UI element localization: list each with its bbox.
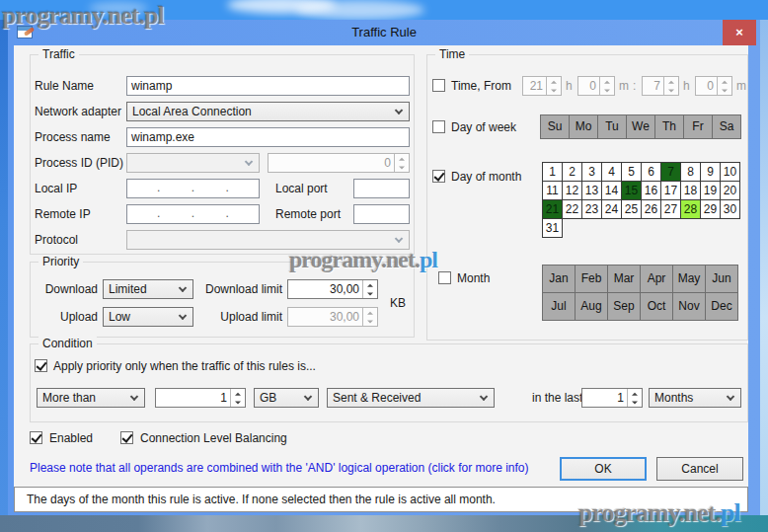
spinner-arrows-icon[interactable] (230, 389, 245, 407)
connection-level-balancing-checkbox[interactable] (120, 431, 133, 444)
day-cell-18[interactable]: 18 (680, 181, 701, 200)
network-adapter-select[interactable]: Local Area Connection (126, 102, 410, 121)
month-button-jul[interactable]: Jul (542, 292, 576, 321)
day-cell-7[interactable]: 7 (660, 162, 681, 182)
period-spinner[interactable]: 1 (581, 388, 643, 408)
month-button-jan[interactable]: Jan (542, 265, 576, 293)
apply-priority-checkbox[interactable] (35, 359, 47, 372)
local-ip-input[interactable]: ... (126, 179, 260, 198)
day-cell-24[interactable]: 24 (601, 199, 622, 219)
month-button-nov[interactable]: Nov (672, 292, 706, 321)
day-of-week-checkbox[interactable] (432, 120, 445, 133)
month-button-apr[interactable]: Apr (640, 265, 673, 293)
day-cell-10[interactable]: 10 (720, 162, 740, 182)
day-cell-26[interactable]: 26 (641, 199, 661, 219)
month-label: Month (457, 268, 490, 288)
weekday-button-tu[interactable]: Tu (597, 114, 627, 139)
month-button-mar[interactable]: Mar (607, 265, 641, 293)
weekday-button-mo[interactable]: Mo (569, 114, 598, 139)
month-buttons: JanFebMarAprMayJunJulAugSepOctNovDec (542, 265, 739, 320)
direction-select[interactable]: Sent & Received (327, 388, 495, 408)
ok-button[interactable]: OK (560, 457, 647, 481)
cancel-button[interactable]: Cancel (656, 457, 743, 481)
remote-port-input[interactable] (353, 204, 410, 224)
month-button-may[interactable]: May (672, 265, 706, 293)
chevron-down-icon (304, 393, 312, 401)
day-cell-15[interactable]: 15 (621, 181, 642, 200)
titlebar[interactable]: Traffic Rule × (8, 20, 760, 45)
process-name-input[interactable] (126, 127, 410, 147)
day-cell-17[interactable]: 17 (660, 181, 681, 200)
direction-value: Sent & Received (333, 391, 421, 405)
day-cell-14[interactable]: 14 (601, 181, 622, 200)
month-button-oct[interactable]: Oct (640, 292, 673, 321)
day-cell-13[interactable]: 13 (581, 181, 602, 200)
rule-name-label: Rule Name (35, 76, 94, 96)
day-cell-20[interactable]: 20 (720, 181, 740, 200)
day-cell-22[interactable]: 22 (562, 199, 582, 219)
weekday-button-fr[interactable]: Fr (683, 114, 713, 139)
day-of-month-checkbox[interactable] (432, 170, 445, 183)
day-cell-28[interactable]: 28 (680, 199, 701, 219)
day-cell-19[interactable]: 19 (700, 181, 721, 200)
in-the-last-label: in the last (532, 388, 582, 408)
enabled-checkbox[interactable] (30, 431, 42, 444)
chevron-down-icon (130, 393, 138, 401)
day-cell-2[interactable]: 2 (562, 162, 582, 182)
period-unit-select[interactable]: Months (649, 388, 741, 408)
day-cell-30[interactable]: 30 (720, 199, 740, 219)
weekday-button-su[interactable]: Su (540, 114, 570, 139)
chevron-down-icon (245, 158, 253, 166)
rule-name-input[interactable] (126, 76, 410, 96)
local-port-input[interactable] (353, 179, 410, 198)
month-button-sep[interactable]: Sep (607, 292, 641, 321)
day-cell-4[interactable]: 4 (601, 162, 622, 182)
network-adapter-value: Local Area Connection (132, 105, 252, 118)
day-cell-5[interactable]: 5 (621, 162, 642, 182)
comparator-value: More than (42, 391, 96, 405)
connection-level-balancing-label: Connection Level Balancing (140, 428, 287, 448)
window-title: Traffic Rule (8, 20, 760, 45)
time-group: Time Time, From 21 h 0 m : 7 h 0 m Day o… (426, 54, 748, 341)
and-operation-note-link[interactable]: Please note that all operands are combin… (30, 461, 529, 475)
upload-limit-label: Upload limit (179, 307, 282, 327)
day-cell-29[interactable]: 29 (700, 199, 721, 219)
spinner-arrows-icon[interactable] (362, 280, 377, 298)
month-button-feb[interactable]: Feb (575, 265, 608, 293)
weekday-button-sa[interactable]: Sa (712, 114, 741, 139)
spinner-arrows-icon[interactable] (627, 389, 642, 407)
close-button[interactable]: × (723, 20, 756, 45)
day-cell-21[interactable]: 21 (542, 199, 563, 219)
weekday-button-th[interactable]: Th (654, 114, 684, 139)
day-cell-3[interactable]: 3 (581, 162, 602, 182)
weekday-button-we[interactable]: We (626, 114, 655, 139)
traffic-group-label: Traffic (38, 47, 79, 61)
download-limit-spinner[interactable]: 30,00 (287, 279, 378, 299)
unit-select[interactable]: GB (254, 388, 319, 408)
hour-unit-label: h (566, 76, 573, 96)
month-button-aug[interactable]: Aug (575, 292, 608, 321)
day-cell-11[interactable]: 11 (542, 181, 563, 200)
day-cell-27[interactable]: 27 (660, 199, 681, 219)
day-cell-8[interactable]: 8 (680, 162, 701, 182)
month-button-dec[interactable]: Dec (705, 292, 738, 321)
day-cell-16[interactable]: 16 (641, 181, 661, 200)
remote-ip-input[interactable]: ... (126, 204, 260, 224)
weekday-buttons: SuMoTuWeThFrSa (540, 114, 740, 138)
month-checkbox[interactable] (438, 271, 451, 284)
day-cell-1[interactable]: 1 (542, 162, 563, 182)
cloud (296, 0, 424, 20)
month-button-jun[interactable]: Jun (705, 265, 738, 293)
local-port-label: Local port (275, 179, 328, 198)
day-cell-25[interactable]: 25 (621, 199, 642, 219)
day-cell-12[interactable]: 12 (562, 181, 582, 200)
traffic-rule-dialog: Traffic Rule × Traffic Rule Name Network… (8, 20, 760, 515)
limit-unit-label: KB (390, 293, 406, 313)
day-cell-6[interactable]: 6 (641, 162, 661, 182)
comparator-select[interactable]: More than (37, 388, 145, 408)
amount-spinner[interactable]: 1 (155, 388, 246, 408)
day-cell-9[interactable]: 9 (700, 162, 721, 182)
day-cell-31[interactable]: 31 (542, 218, 563, 238)
day-cell-23[interactable]: 23 (581, 199, 602, 219)
time-from-checkbox[interactable] (432, 79, 445, 92)
